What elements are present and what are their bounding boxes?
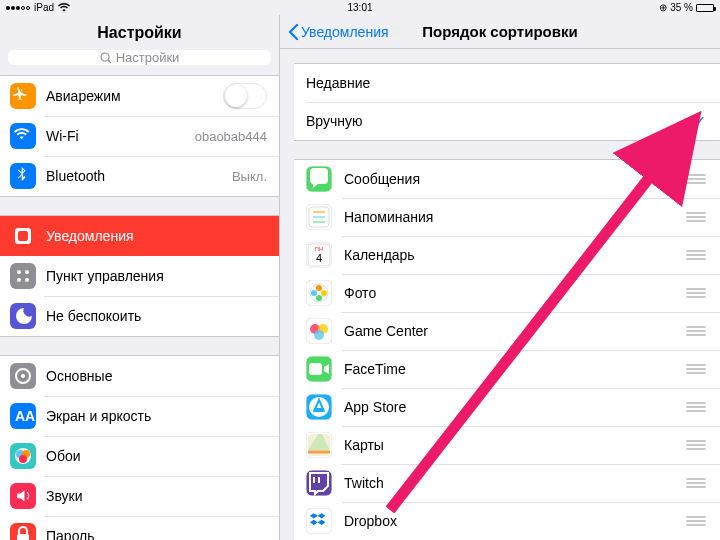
sidebar-title: Настройки [0, 15, 279, 50]
back-button[interactable]: Уведомления [288, 23, 389, 41]
detail-pane: Уведомления Порядок сортировки НедавниеВ… [280, 15, 720, 540]
sidebar-item-airplane[interactable]: Авиарежим [0, 76, 279, 116]
app-row[interactable]: Twitch [294, 464, 720, 502]
row-label: Bluetooth [46, 168, 232, 184]
row-label: Основные [46, 368, 267, 384]
row-label: Авиарежим [46, 88, 223, 104]
reorder-handle-icon[interactable] [686, 288, 706, 298]
reorder-handle-icon[interactable] [686, 478, 706, 488]
sidebar-item-control[interactable]: Пункт управления [0, 256, 279, 296]
reorder-handle-icon[interactable] [686, 440, 706, 450]
svg-line-1 [108, 60, 111, 63]
reorder-handle-icon[interactable] [686, 516, 706, 526]
sidebar-item-general[interactable]: Основные [0, 356, 279, 396]
wifi-icon [10, 123, 36, 149]
svg-point-7 [25, 278, 29, 282]
svg-text:4: 4 [316, 252, 322, 264]
sort-option[interactable]: Вручную✓ [294, 102, 720, 140]
reorder-handle-icon[interactable] [686, 250, 706, 260]
search-input[interactable]: Настройки [8, 50, 271, 65]
sidebar-item-notif[interactable]: Уведомления [0, 216, 279, 256]
sidebar-item-wallpaper[interactable]: Обои [0, 436, 279, 476]
svg-point-4 [17, 270, 21, 274]
sidebar-group-notifications: УведомленияПункт управленияНе беспокоить [0, 215, 279, 337]
option-label: Недавние [306, 75, 706, 91]
svg-rect-46 [306, 508, 332, 534]
toggle-switch[interactable] [223, 83, 267, 109]
reorder-handle-icon[interactable] [686, 212, 706, 222]
app-icon: ПН4 [306, 242, 332, 268]
app-icon [306, 432, 332, 458]
row-label: Звуки [46, 488, 267, 504]
svg-point-34 [311, 290, 317, 296]
row-label: Не беспокоить [46, 308, 267, 324]
row-label: Пункт управления [46, 268, 267, 284]
app-row[interactable]: Сообщения [294, 160, 720, 198]
settings-sidebar: Настройки Настройки АвиарежимWi-Fiobaoba… [0, 15, 280, 540]
sidebar-item-dnd[interactable]: Не беспокоить [0, 296, 279, 336]
sidebar-item-bluetooth[interactable]: BluetoothВыкл. [0, 156, 279, 196]
app-icon [306, 204, 332, 230]
app-label: Календарь [344, 247, 686, 263]
status-bar: iPad 13:01 ⊕ 35 % [0, 0, 720, 15]
svg-point-38 [314, 330, 324, 340]
app-label: Фото [344, 285, 686, 301]
app-row[interactable]: Game Center [294, 312, 720, 350]
app-row[interactable]: ПН4Календарь [294, 236, 720, 274]
carrier-label: iPad [34, 2, 54, 13]
svg-rect-15 [17, 534, 29, 540]
app-label: FaceTime [344, 361, 686, 377]
row-label: Обои [46, 448, 267, 464]
app-label: Dropbox [344, 513, 686, 529]
sidebar-item-display[interactable]: AAЭкран и яркость [0, 396, 279, 436]
sidebar-item-passcode[interactable]: Пароль [0, 516, 279, 540]
svg-point-33 [316, 295, 322, 301]
app-label: Карты [344, 437, 686, 453]
chevron-left-icon [288, 23, 299, 41]
svg-point-5 [25, 270, 29, 274]
apps-reorder-list: СообщенияНапоминанияПН4КалендарьФотоGame… [294, 159, 720, 540]
svg-point-9 [21, 374, 25, 378]
app-icon [306, 166, 332, 192]
app-row[interactable]: Напоминания [294, 198, 720, 236]
orientation-lock-icon: ⊕ [659, 2, 667, 13]
row-value: obaobab444 [195, 129, 267, 144]
notif-icon [10, 223, 36, 249]
app-row[interactable]: App Store [294, 388, 720, 426]
svg-rect-3 [18, 231, 28, 241]
app-row[interactable]: Фото [294, 274, 720, 312]
app-row[interactable]: Dropbox [294, 502, 720, 540]
sidebar-item-sounds[interactable]: Звуки [0, 476, 279, 516]
row-label: Пароль [46, 528, 267, 540]
sounds-icon [10, 483, 36, 509]
app-row[interactable]: FaceTime [294, 350, 720, 388]
control-icon [10, 263, 36, 289]
general-icon [10, 363, 36, 389]
reorder-handle-icon[interactable] [686, 364, 706, 374]
app-icon [306, 508, 332, 534]
dnd-icon [10, 303, 36, 329]
app-icon [306, 356, 332, 382]
wifi-status-icon [58, 3, 70, 12]
row-value: Выкл. [232, 169, 267, 184]
clock: 13:01 [242, 2, 478, 13]
search-icon [100, 52, 112, 64]
svg-rect-40 [309, 363, 322, 375]
svg-point-31 [316, 285, 322, 291]
battery-pct: 35 % [670, 2, 693, 13]
sort-option[interactable]: Недавние [294, 64, 720, 102]
svg-point-6 [17, 278, 21, 282]
app-row[interactable]: Карты [294, 426, 720, 464]
bluetooth-icon [10, 163, 36, 189]
row-label: Wi-Fi [46, 128, 195, 144]
app-label: Сообщения [344, 171, 686, 187]
detail-navbar: Уведомления Порядок сортировки [280, 15, 720, 49]
app-label: Twitch [344, 475, 686, 491]
sidebar-item-wifi[interactable]: Wi-Fiobaobab444 [0, 116, 279, 156]
reorder-handle-icon[interactable] [686, 326, 706, 336]
svg-text:AA: AA [15, 408, 35, 424]
reorder-handle-icon[interactable] [686, 174, 706, 184]
app-label: Game Center [344, 323, 686, 339]
reorder-handle-icon[interactable] [686, 402, 706, 412]
svg-point-32 [321, 290, 327, 296]
